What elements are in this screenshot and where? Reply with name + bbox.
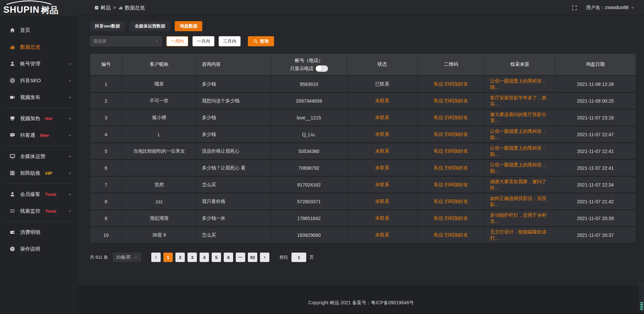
breadcrumb-separator: >	[113, 5, 116, 10]
sidebar-divider	[5, 184, 73, 184]
cell-nickname: zzz	[122, 193, 197, 210]
page-button-6[interactable]: 6	[224, 253, 233, 262]
cell-qrcode-link[interactable]: 私信 扫码加好友	[418, 109, 485, 126]
cell-qrcode-link[interactable]: 私信 扫码加好友	[418, 176, 485, 193]
sidebar-item-video[interactable]: 视频发布	[0, 89, 78, 106]
date-range-button[interactable]: 三月内	[219, 36, 240, 46]
sidebar-item-tv[interactable]: 视频加热Hot	[0, 110, 78, 127]
cell-account: 178651642	[271, 210, 347, 227]
sliders-icon	[9, 208, 15, 214]
page-button-2[interactable]: 2	[175, 253, 185, 262]
cell-qrcode-link[interactable]: 私信 扫码加好友	[418, 227, 485, 244]
sidebar-item-sliders[interactable]: 线索监控Tools	[0, 203, 78, 219]
chevron-right-icon	[263, 255, 267, 259]
cell-source-link[interactable]: 被大家追着问的客厅投影分享...	[485, 109, 555, 126]
logo-text-cn: 树品	[41, 6, 58, 14]
table-row: 8zzz我只看价格572803371未联系私信 扫码加好友如何正确选择投影仪，买…	[90, 193, 636, 210]
table-body: 1哦章多少钱9583810已联系私信 扫码加好友让你一眼就爱上的黑科技，能...…	[90, 76, 636, 244]
date-range-button[interactable]: 一周内	[166, 36, 188, 46]
sidebar-item-label: 视频发布	[20, 94, 40, 101]
account-column-label: 帐号（电话）	[271, 57, 347, 64]
page-button-3[interactable]: 3	[187, 253, 197, 262]
cell-qrcode-link[interactable]: 私信 扫码加好友	[418, 126, 485, 143]
cell-date: 2021-11-08 12:28	[555, 76, 636, 93]
search-button-label: 查询	[260, 38, 269, 44]
breadcrumb-site[interactable]: 树品	[94, 5, 111, 11]
column-header: 状态	[347, 54, 418, 76]
tab-3[interactable]: 询盘数据	[175, 21, 202, 31]
phone-only-toggle[interactable]	[316, 65, 328, 72]
cell-qrcode-link[interactable]: 私信 扫码加好友	[418, 193, 485, 210]
sidebar: 首页数据总览账号管理抖音SEO视频发布视频加热Hot抖客通New全媒体运营矩阵助…	[0, 16, 78, 314]
tab-1[interactable]: 抖音seo数据	[90, 21, 125, 31]
cell-source-link[interactable]: 多功能护栏灯，适用于乡村文...	[485, 210, 555, 227]
filter-row: 请选择 一周内一月内三月内 查询	[90, 36, 636, 47]
badge-new: New	[40, 133, 49, 138]
page-button-4[interactable]: 4	[200, 253, 209, 262]
cell-source-link[interactable]: 如何正确选择投影仪，买投影...	[485, 193, 555, 210]
cell-source-link[interactable]: 让你一眼就爱上的黑科技，能...	[485, 126, 555, 143]
sidebar-item-chat[interactable]: 抖客通New	[0, 127, 78, 144]
cell-qrcode-link[interactable]: 私信 扫码加好友	[418, 210, 485, 227]
chevron-down-icon	[68, 95, 72, 100]
cell-account: 2097344839	[271, 93, 347, 109]
chevron-down-icon	[68, 133, 72, 138]
page-ellipsis-button[interactable]: •••	[236, 253, 245, 262]
cell-nickname: 哦章	[122, 76, 197, 93]
sidebar-item-home[interactable]: 首页	[0, 22, 78, 39]
member-icon	[9, 191, 15, 197]
goto-label: 前往	[279, 254, 288, 260]
fullscreen-icon[interactable]	[572, 5, 577, 11]
site-icon	[94, 5, 99, 10]
sidebar-item-wallet[interactable]: 消费明细	[0, 224, 78, 241]
tab-2[interactable]: 全媒体运营数据	[129, 21, 170, 31]
cell-status: 未联系	[347, 93, 418, 109]
logo-arc	[4, 0, 54, 5]
next-page-button[interactable]	[260, 253, 269, 262]
sidebar-item-label: 抖音SEO	[20, 77, 41, 84]
cell-id: 2	[90, 93, 122, 109]
cell-source-link[interactable]: 无主灯设计，智能磁吸轨道灯...	[485, 227, 555, 244]
cell-date: 2021-11-07 23:18	[555, 109, 636, 126]
cell-nickname: L	[122, 126, 197, 143]
cell-date: 2021-11-07 20:39	[555, 210, 636, 227]
total-count: 共 911 条	[90, 254, 108, 260]
sidebar-item-chart[interactable]: 数据总览	[0, 39, 78, 55]
cell-account: 917024162	[271, 176, 347, 193]
sidebar-item-member[interactable]: 会员爆客Tools	[0, 186, 78, 203]
sidebar-item-monitor[interactable]: 全媒体运营	[0, 148, 78, 165]
cell-source-link[interactable]: 让你一眼就爱上的黑科技，能...	[485, 76, 555, 93]
cell-qrcode-link[interactable]: 私信 扫码加好友	[418, 160, 485, 176]
filter-select[interactable]: 请选择	[90, 36, 162, 47]
page-button-92[interactable]: 92	[248, 253, 257, 262]
cell-source-link[interactable]: 让你一眼就爱上的黑科技，能...	[485, 160, 555, 176]
chevron-down-icon	[68, 209, 72, 213]
copyright-text: Copyright 树品 2021 备案号：粤ICP备09019646号	[308, 300, 414, 305]
user-menu[interactable]: 用户名：zswodun88	[586, 5, 635, 11]
cell-source-link[interactable]: 让你一眼就爱上的黑科技，能...	[485, 143, 555, 160]
cell-status: 未联系	[347, 109, 418, 126]
cell-status: 未联系	[347, 160, 418, 176]
search-button[interactable]: 查询	[248, 36, 274, 46]
date-range-button[interactable]: 一月内	[193, 36, 214, 46]
goto-page-input[interactable]	[291, 253, 306, 262]
sidebar-item-user[interactable]: 账号管理	[0, 55, 78, 72]
page-size-select[interactable]: 10条/页	[113, 253, 141, 262]
prev-page-button[interactable]	[151, 253, 161, 262]
sidebar-item-question[interactable]: ?操作说明	[0, 241, 78, 257]
breadcrumb-page-label: 数据总览	[125, 5, 145, 11]
cell-qrcode-link[interactable]: 私信 扫码加好友	[418, 76, 485, 93]
cell-qrcode-link[interactable]: 私信 扫码加好友	[418, 93, 485, 109]
sidebar-item-grid[interactable]: 矩阵助推VIP	[0, 165, 78, 181]
page-button-1[interactable]: 1	[163, 253, 173, 262]
data-tabs: 抖音seo数据全媒体运营数据询盘数据	[90, 21, 636, 31]
page-button-5[interactable]: 5	[212, 253, 221, 262]
sidebar-menu: 首页数据总览账号管理抖音SEO视频发布视频加热Hot抖客通New全媒体运营矩阵助…	[0, 22, 78, 257]
video-icon	[9, 94, 15, 100]
sidebar-item-gear[interactable]: 抖音SEO	[0, 72, 78, 89]
cell-source-link[interactable]: 感谢大家喜欢我家，被问了好...	[485, 176, 555, 193]
cell-account: 50534380	[271, 143, 347, 160]
cell-qrcode-link[interactable]: 私信 扫码加好友	[418, 143, 485, 160]
breadcrumb-page[interactable]: 数据总览	[118, 5, 145, 11]
cell-source-link[interactable]: 客厅安装投影半年多了，真实...	[485, 93, 555, 109]
